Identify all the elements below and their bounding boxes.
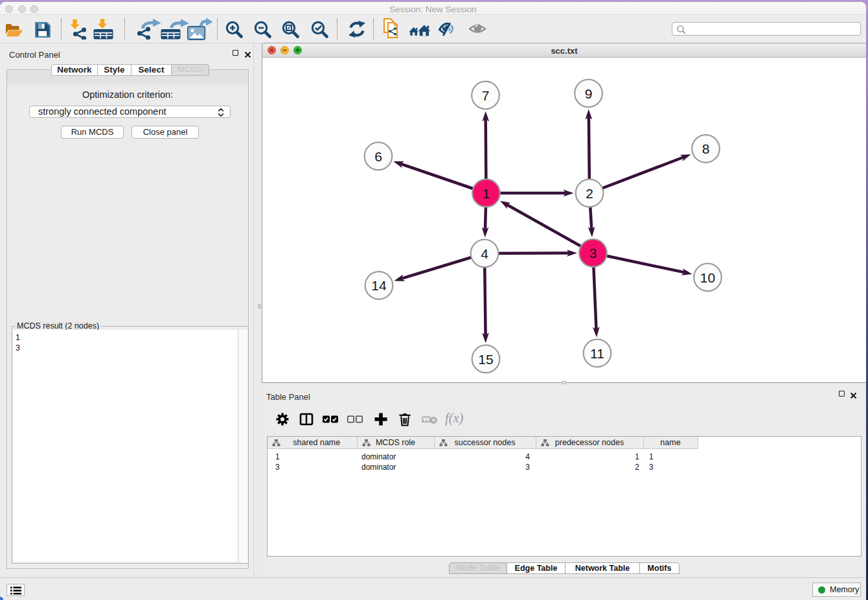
svg-text:6: 6: [374, 149, 382, 164]
svg-text:4: 4: [481, 246, 488, 261]
svg-text:14: 14: [371, 278, 387, 293]
svg-text:7: 7: [482, 88, 490, 103]
svg-text:1: 1: [483, 186, 490, 201]
svg-text:8: 8: [702, 141, 710, 156]
svg-text:2: 2: [586, 186, 593, 201]
svg-text:3: 3: [589, 246, 597, 260]
svg-text:15: 15: [478, 352, 493, 367]
svg-text:10: 10: [700, 270, 715, 285]
svg-text:11: 11: [590, 346, 604, 361]
svg-text:9: 9: [585, 86, 593, 101]
